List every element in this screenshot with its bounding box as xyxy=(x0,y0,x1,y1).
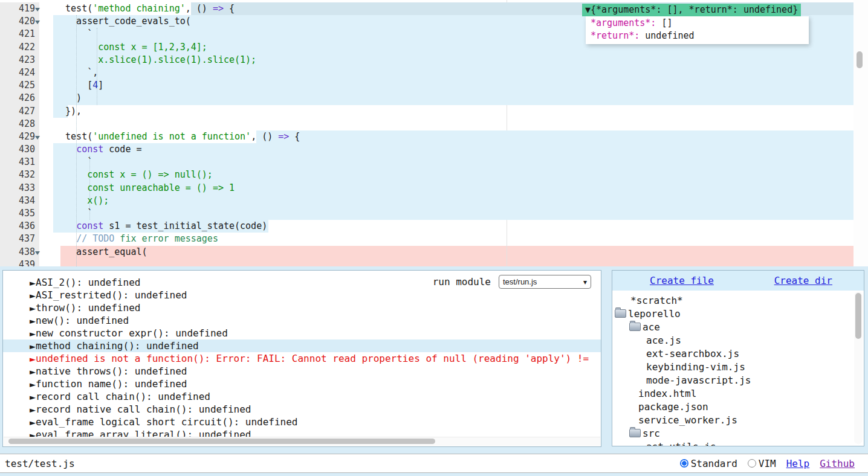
code-line-content[interactable]: const unreachable = () => 1 xyxy=(39,182,868,195)
test-result-item[interactable]: ►record call chain(): undefined xyxy=(3,390,601,403)
code-line[interactable]: 429 test('undefined is not a function', … xyxy=(0,130,868,143)
tree-file[interactable]: mode-javascript.js xyxy=(612,374,853,387)
tree-file[interactable]: ext-searchbox.js xyxy=(612,347,853,361)
code-line-content[interactable] xyxy=(39,259,868,266)
expand-triangle-icon[interactable]: ► xyxy=(30,304,36,313)
code-line-content[interactable] xyxy=(39,118,868,130)
test-result-item[interactable]: ►function name(): undefined xyxy=(3,378,601,390)
code-token: fix error messages xyxy=(114,233,218,244)
code-editor[interactable]: 419 test('method chaining', () => {420 a… xyxy=(0,0,868,266)
code-line[interactable]: 438 assert_equal( xyxy=(0,246,868,259)
code-line-content[interactable]: ) xyxy=(39,92,868,105)
tree-file[interactable]: ast_utils.js xyxy=(612,440,853,446)
code-line[interactable]: 428 xyxy=(0,118,868,130)
code-line-content[interactable]: test('undefined is not a function', () =… xyxy=(39,130,868,143)
fold-arrow-icon[interactable] xyxy=(35,21,40,24)
code-line-content[interactable]: }), xyxy=(39,105,868,118)
popup-entry[interactable]: *return*: undefined xyxy=(586,30,809,42)
test-result-item[interactable]: ►method chaining(): undefined xyxy=(3,339,601,352)
test-result-item[interactable]: ►ASI_restrited(): undefined xyxy=(3,289,601,301)
code-line[interactable]: 431 ` xyxy=(0,156,868,169)
code-line[interactable]: 436 const s1 = test_initial_state(code) xyxy=(0,220,868,233)
code-line-content[interactable]: ` xyxy=(39,156,868,169)
code-line[interactable]: 437 // TODO fix error messages xyxy=(0,233,868,245)
files-scrollbar-thumb[interactable] xyxy=(855,293,861,339)
code-token: }), xyxy=(54,106,82,117)
test-result-item[interactable]: ►record native call chain(): undefined xyxy=(3,403,601,416)
expand-triangle-icon[interactable]: ► xyxy=(30,355,36,364)
fold-arrow-icon[interactable] xyxy=(35,8,40,11)
test-result-item[interactable]: ►native throws(): undefined xyxy=(3,365,601,378)
expand-triangle-icon[interactable]: ► xyxy=(30,291,36,300)
keybinding-mode-standard[interactable]: Standard xyxy=(680,458,737,469)
code-line[interactable]: 423 x.slice(1).slice(1).slice(1); xyxy=(0,54,868,66)
line-number: 422 xyxy=(0,41,39,54)
results-scrollbar-thumb[interactable] xyxy=(8,439,435,444)
code-line[interactable]: 433 const unreachable = () => 1 xyxy=(0,182,868,195)
tree-file[interactable]: *scratch* xyxy=(612,294,853,307)
files-scrollbar[interactable] xyxy=(854,292,863,444)
radio-selected-icon[interactable] xyxy=(680,459,688,468)
popup-body: *arguments*: []*return*: undefined xyxy=(586,16,809,44)
code-line-content[interactable]: [4] xyxy=(39,79,868,92)
tree-folder[interactable]: ace xyxy=(612,321,853,334)
run-module-select[interactable]: test/run.js ▾ xyxy=(499,275,591,289)
code-line-content[interactable]: const code = xyxy=(39,143,868,156)
create-file-button[interactable]: Create file xyxy=(650,275,714,286)
code-line[interactable]: 426 ) xyxy=(0,92,868,105)
code-line-content[interactable]: ` xyxy=(39,207,868,220)
tree-file[interactable]: index.html xyxy=(612,387,853,400)
line-number: 436 xyxy=(0,220,39,233)
code-line-content[interactable]: x(); xyxy=(39,195,868,207)
code-line-content[interactable]: const x = () => null(); xyxy=(39,169,868,181)
code-line-content[interactable]: `, xyxy=(39,66,868,79)
code-line-content[interactable]: assert_equal( xyxy=(39,246,868,259)
expand-triangle-icon[interactable]: ► xyxy=(30,317,36,326)
expand-triangle-icon[interactable]: ► xyxy=(30,329,36,338)
results-horizontal-scrollbar[interactable] xyxy=(4,437,600,446)
test-result-item[interactable]: ►throw(): undefined xyxy=(3,301,601,314)
keybinding-mode-vim[interactable]: VIM xyxy=(748,458,776,469)
code-token xyxy=(54,144,76,155)
code-line-content[interactable]: const s1 = test_initial_state(code) xyxy=(39,220,868,233)
expand-triangle-icon[interactable]: ► xyxy=(30,342,36,351)
code-token xyxy=(54,220,76,231)
tree-folder[interactable]: src xyxy=(612,427,853,440)
popup-entry[interactable]: *arguments*: [] xyxy=(586,17,809,30)
github-link[interactable]: Github xyxy=(820,458,855,469)
radio-unselected-icon[interactable] xyxy=(748,459,756,468)
tree-folder[interactable]: leporello xyxy=(612,307,853,321)
test-result-label: native throws(): undefined xyxy=(36,365,187,377)
expand-triangle-icon[interactable]: ► xyxy=(30,405,36,414)
code-line[interactable]: 439 xyxy=(0,259,868,266)
test-result-item[interactable]: ►undefined is not a function(): Error: F… xyxy=(3,352,601,365)
tree-file[interactable]: ace.js xyxy=(612,334,853,347)
code-line[interactable]: 432 const x = () => null(); xyxy=(0,169,868,181)
code-line-content[interactable]: // TODO fix error messages xyxy=(39,233,868,245)
tree-file[interactable]: keybinding-vim.js xyxy=(612,361,853,374)
test-result-item[interactable]: ►eval_frame logical short circuit(): und… xyxy=(3,416,601,428)
create-dir-button[interactable]: Create dir xyxy=(774,275,832,286)
expand-triangle-icon[interactable]: ► xyxy=(30,278,36,288)
expand-triangle-icon[interactable]: ► xyxy=(30,380,36,389)
test-result-item[interactable]: ►new(): undefined xyxy=(3,314,601,327)
fold-arrow-icon[interactable] xyxy=(35,136,40,140)
expand-triangle-icon[interactable]: ► xyxy=(30,418,36,427)
help-link[interactable]: Help xyxy=(786,458,810,469)
line-number: 420 xyxy=(0,15,39,28)
code-line[interactable]: 434 x(); xyxy=(0,195,868,207)
tree-file[interactable]: service_worker.js xyxy=(612,414,853,427)
tree-file[interactable]: package.json xyxy=(612,400,853,414)
code-line[interactable]: 430 const code = xyxy=(0,143,868,156)
code-line[interactable]: 424 `, xyxy=(0,66,868,79)
code-line[interactable]: 427 }), xyxy=(0,105,868,118)
expand-triangle-icon[interactable]: ► xyxy=(30,367,36,376)
code-text: ` xyxy=(39,156,868,169)
code-line-content[interactable]: x.slice(1).slice(1).slice(1); xyxy=(39,54,868,66)
fold-arrow-icon[interactable] xyxy=(35,251,40,255)
code-line[interactable]: 435 ` xyxy=(0,207,868,220)
test-result-item[interactable]: ►new constructor expr(): undefined xyxy=(3,327,601,339)
popup-header[interactable]: ▼{*arguments*: [], *return*: undefined} xyxy=(582,4,801,16)
code-line[interactable]: 425 [4] xyxy=(0,79,868,92)
expand-triangle-icon[interactable]: ► xyxy=(30,393,36,402)
